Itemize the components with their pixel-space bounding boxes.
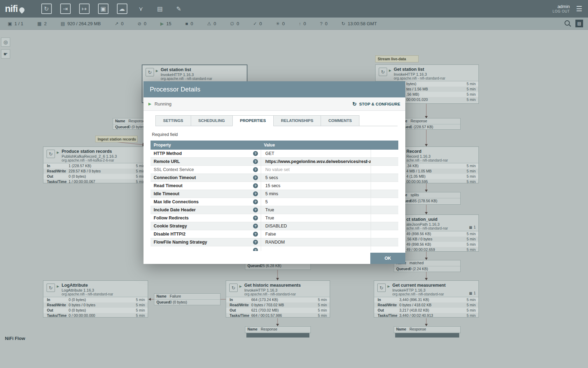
stat-label: Tasks/Time xyxy=(230,313,249,318)
value-cell[interactable]: 15 secs xyxy=(261,182,371,190)
help-icon[interactable]: ? xyxy=(253,151,258,156)
connection-row-label: Name xyxy=(156,294,167,298)
connection-failure-queue[interactable]: NameFailureQueued0 (0 bytes) xyxy=(154,293,220,305)
stat-value: 0 bytes / 418.02 KB xyxy=(399,303,432,307)
run-status-icon: ▶ xyxy=(156,69,158,73)
processor-title: Produce station records xyxy=(62,149,112,154)
status-last-refresh: ↻13:00:58 GMT xyxy=(342,21,377,26)
label-stream-live-data[interactable]: Stream live-data xyxy=(375,55,419,62)
header-spacer xyxy=(371,141,398,150)
logout-link[interactable]: LOG OUT xyxy=(553,9,570,14)
help-icon[interactable]: ? xyxy=(253,159,258,164)
stat-value: .34 KB) xyxy=(406,164,419,168)
processor-bundle: org.apache.nifi - nifi-standard-nar xyxy=(244,292,296,296)
row-spacer xyxy=(371,190,398,198)
processor-title: ct station_uuid xyxy=(406,217,438,222)
property-row: Idle Timeout?5 mins xyxy=(150,190,398,198)
connection-row-label: Queued xyxy=(247,264,261,268)
processor-title: LogAttribute xyxy=(62,283,88,288)
value-cell[interactable]: https://www.pegelonline.wsv.de/webservic… xyxy=(261,158,371,165)
value-cell[interactable]: GET xyxy=(261,150,371,157)
status-value: 13:00:58 GMT xyxy=(348,21,377,26)
help-icon[interactable]: ? xyxy=(253,207,258,212)
badge-count: 1 xyxy=(474,225,476,229)
status-queued: ▤920 / 264.29 MB xyxy=(61,21,101,26)
app-header: nifi ↻⇥↦▣☁⋎▤✎ admin LOG OUT ☰ xyxy=(0,0,588,18)
label-ingest-station-records[interactable]: Ingest station records xyxy=(95,136,138,142)
input-port-icon[interactable]: ⇥ xyxy=(60,4,71,14)
stat-value: bytes) xyxy=(406,82,416,86)
value-cell[interactable]: DISABLED xyxy=(261,222,371,230)
property-name: Include Date Header xyxy=(154,207,196,212)
tab-properties[interactable]: PROPERTIES xyxy=(232,115,273,126)
help-icon[interactable]: ? xyxy=(253,167,258,172)
global-menu-icon[interactable]: ☰ xyxy=(576,5,582,13)
value-cell[interactable]: RANDOM xyxy=(261,238,371,246)
funnel-icon[interactable]: ⋎ xyxy=(136,4,146,14)
remote-process-group-icon[interactable]: ☁ xyxy=(117,4,127,14)
processor-title: Record xyxy=(406,149,421,154)
tab-settings[interactable]: SETTINGS xyxy=(155,115,191,126)
connection-row-label: Name xyxy=(115,119,125,123)
property-name: Max Idle Connections xyxy=(154,199,199,204)
tab-scheduling[interactable]: SCHEDULING xyxy=(191,115,232,126)
help-icon[interactable]: ? xyxy=(253,240,258,245)
connection-row-value: Response xyxy=(128,119,145,123)
value-cell[interactable]: 5 xyxy=(261,198,371,206)
label-icon[interactable]: ✎ xyxy=(174,4,184,14)
help-icon[interactable]: ? xyxy=(253,183,258,188)
row-spacer xyxy=(371,174,398,182)
row-spacer xyxy=(371,206,398,214)
stat-label: Read/Write xyxy=(378,303,397,307)
minimap-button[interactable]: ▤ xyxy=(575,20,583,27)
ok-button[interactable]: OK xyxy=(370,253,405,264)
property-cell: ? xyxy=(150,246,261,251)
property-value: 5 xyxy=(265,199,268,204)
property-row: Cookie Strategy?DISABLED xyxy=(150,222,398,230)
property-value: DISABLED xyxy=(265,224,287,229)
navigate-toggle-button[interactable]: ◎ xyxy=(1,38,10,47)
processor-produce-station-records[interactable]: ↻▶Produce station recordsPublishKafkaRec… xyxy=(43,146,148,183)
value-cell[interactable]: True xyxy=(261,214,371,222)
connection-queued-25[interactable]: Queued25 (6.28 KB) xyxy=(245,263,311,270)
stat-window: 5 min xyxy=(467,97,476,102)
value-cell[interactable]: 5 secs xyxy=(261,174,371,182)
tab-relationships[interactable]: RELATIONSHIPS xyxy=(273,115,321,126)
help-icon[interactable]: ? xyxy=(253,216,258,220)
processor-icon[interactable]: ↻ xyxy=(41,4,52,14)
connection-response-bottom-right[interactable]: NameResponse xyxy=(394,326,461,333)
processor-get-current-measurement[interactable]: ↻▶Get current measurementInvokeHTTP 1.16… xyxy=(374,280,479,318)
stop-configure-button[interactable]: ↻ STOP & CONFIGURE xyxy=(352,101,400,107)
help-icon[interactable]: ? xyxy=(253,199,258,204)
stat-value: 0 / 00:00:00.000 xyxy=(69,313,95,318)
property-cell: Max Idle Connections? xyxy=(150,198,261,206)
property-value: 5 mins xyxy=(265,191,278,196)
template-icon[interactable]: ▤ xyxy=(155,4,165,14)
value-cell[interactable]: No value set xyxy=(261,166,371,173)
operate-toggle-button[interactable]: ☛ xyxy=(1,49,10,59)
help-icon[interactable]: ? xyxy=(253,232,258,237)
value-cell[interactable]: True xyxy=(261,206,371,214)
processor-type-icon: ↻ xyxy=(47,284,55,292)
info-icon[interactable]: i xyxy=(366,158,367,165)
search-button[interactable] xyxy=(565,20,570,27)
processor-get-historic-measurements[interactable]: ↻▶Get historic measurementsInvokeHTTP 1.… xyxy=(226,280,330,318)
help-icon[interactable]: ? xyxy=(253,191,258,196)
status-value: 2 xyxy=(44,21,47,26)
help-icon[interactable]: ? xyxy=(253,175,258,180)
help-icon[interactable]: ? xyxy=(253,224,258,229)
property-column-header: Property xyxy=(150,141,261,150)
tab-comments[interactable]: COMMENTS xyxy=(321,115,359,126)
processor-logattribute[interactable]: ↻▶LogAttributeLogAttribute 1.16.3org.apa… xyxy=(43,280,148,318)
stat-window: 5 min xyxy=(136,313,145,318)
processor-type: InvokeHTTP 1.16.3 xyxy=(161,73,194,77)
properties-table-body: HTTP Method?GETRemote URL?https://www.pe… xyxy=(150,150,398,251)
stat-label: In xyxy=(47,298,50,302)
breadcrumb[interactable]: NiFi Flow xyxy=(5,336,25,341)
process-group-icon[interactable]: ▣ xyxy=(98,4,108,14)
stat-window: 5 min xyxy=(467,247,476,252)
output-port-icon[interactable]: ↦ xyxy=(79,4,90,14)
value-cell[interactable]: 5 mins xyxy=(261,190,371,198)
value-cell[interactable]: False xyxy=(261,230,371,238)
connection-response-bottom-center[interactable]: NameResponse xyxy=(245,326,311,333)
